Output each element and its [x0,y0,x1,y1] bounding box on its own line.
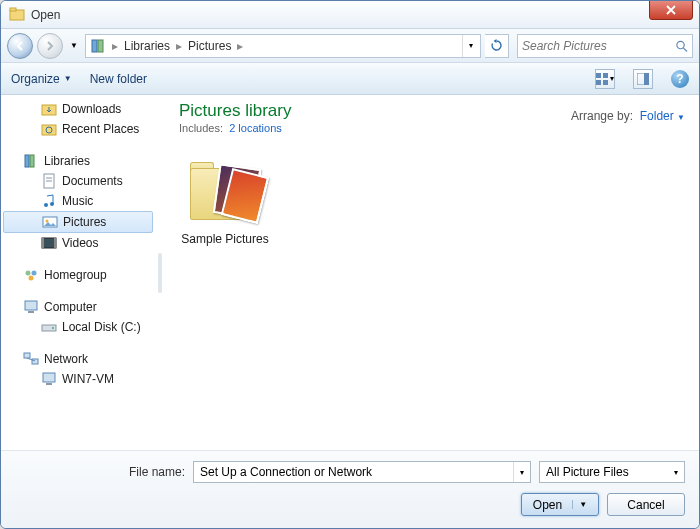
folder-label: Sample Pictures [179,232,271,246]
svg-rect-6 [596,73,601,78]
sidebar-item-documents[interactable]: Documents [1,171,155,191]
body: Downloads Recent Places Libraries Docume… [1,95,699,450]
svg-point-29 [29,276,34,281]
filename-label: File name: [15,465,185,479]
filename-dropdown[interactable]: ▾ [513,462,530,482]
breadcrumb-libraries[interactable]: Libraries [120,39,174,53]
library-subtitle: Includes: 2 locations [179,122,685,134]
sidebar-item-recent[interactable]: Recent Places [1,119,155,139]
svg-rect-11 [644,73,649,85]
app-icon [9,7,25,23]
new-folder-button[interactable]: New folder [90,72,147,86]
pictures-icon [42,214,58,230]
arrange-by: Arrange by: Folder ▼ [571,109,685,123]
sidebar[interactable]: Downloads Recent Places Libraries Docume… [1,95,155,450]
svg-rect-37 [43,373,55,382]
sidebar-item-localdisk[interactable]: Local Disk (C:) [1,317,155,337]
close-icon [666,5,676,15]
chevron-down-icon: ▼ [677,113,685,122]
svg-rect-31 [28,311,34,313]
network-icon [23,351,39,367]
svg-point-4 [677,41,684,48]
open-button[interactable]: Open▼ [521,493,599,516]
navbar: ▼ ▸ Libraries ▸ Pictures ▸ ▾ [1,29,699,63]
breadcrumb-sep[interactable]: ▸ [110,39,120,53]
svg-rect-2 [92,40,97,52]
cancel-button[interactable]: Cancel [607,493,685,516]
breadcrumb-pictures[interactable]: Pictures [184,39,235,53]
items-grid: Sample Pictures [179,162,685,246]
arrow-right-icon [44,40,56,52]
drive-icon [41,319,57,335]
nav-history-dropdown[interactable]: ▼ [67,34,81,58]
refresh-icon [490,39,503,52]
breadcrumb[interactable]: ▸ Libraries ▸ Pictures ▸ ▾ [85,34,481,58]
folder-sample-pictures[interactable]: Sample Pictures [179,162,271,246]
splitter[interactable] [155,95,165,450]
filename-combobox[interactable]: ▾ [193,461,531,483]
sidebar-item-downloads[interactable]: Downloads [1,99,155,119]
back-button[interactable] [7,33,33,59]
sidebar-item-music[interactable]: Music [1,191,155,211]
titlebar: Open [1,1,699,29]
view-mode-button[interactable]: ▾ [595,69,615,89]
preview-pane-button[interactable] [633,69,653,89]
recent-icon [41,121,57,137]
computer-icon [23,299,39,315]
svg-point-20 [44,203,48,207]
svg-rect-30 [25,301,37,310]
svg-rect-24 [42,238,56,248]
svg-rect-34 [24,353,30,358]
sidebar-item-libraries[interactable]: Libraries [1,151,155,171]
chevron-down-icon: ▾ [520,468,524,477]
chevron-down-icon: ▾ [610,74,614,83]
breadcrumb-dropdown[interactable]: ▾ [462,35,478,57]
svg-point-27 [26,271,31,276]
sidebar-item-pictures[interactable]: Pictures [3,211,153,233]
forward-button[interactable] [37,33,63,59]
content-area[interactable]: Pictures library Includes: 2 locations A… [165,95,699,450]
svg-rect-16 [30,155,34,167]
search-input[interactable] [522,39,675,53]
filename-input[interactable] [194,465,513,479]
locations-link[interactable]: 2 locations [229,122,282,134]
sidebar-item-videos[interactable]: Videos [1,233,155,253]
close-button[interactable] [649,0,693,20]
svg-rect-26 [54,238,56,248]
window-title: Open [31,8,695,22]
search-box[interactable] [517,34,693,58]
libraries-icon [90,37,108,55]
svg-rect-38 [46,383,52,385]
open-dialog: Open ▼ ▸ Libraries ▸ Pictures ▸ ▾ Organi… [0,0,700,529]
arrange-by-dropdown[interactable]: Folder ▼ [640,109,685,123]
documents-icon [41,173,57,189]
refresh-button[interactable] [485,34,509,58]
filetype-filter[interactable]: All Picture Files▾ [539,461,685,483]
svg-line-5 [683,47,687,51]
sidebar-item-win7vm[interactable]: WIN7-VM [1,369,155,389]
sidebar-item-homegroup[interactable]: Homegroup [1,265,155,285]
thumbnails-icon [596,73,608,85]
folder-icon [41,101,57,117]
videos-icon [41,235,57,251]
preview-pane-icon [637,73,649,85]
svg-point-21 [50,202,54,206]
arrow-left-icon [14,40,26,52]
help-icon: ? [676,72,683,86]
breadcrumb-sep[interactable]: ▸ [174,39,184,53]
chevron-down-icon: ▼ [572,500,587,509]
sidebar-item-network[interactable]: Network [1,349,155,369]
sidebar-item-computer[interactable]: Computer [1,297,155,317]
help-button[interactable]: ? [671,70,689,88]
svg-rect-1 [10,8,16,11]
search-icon [675,39,688,53]
svg-rect-9 [603,80,608,85]
svg-rect-8 [596,80,601,85]
breadcrumb-sep[interactable]: ▸ [235,39,245,53]
organize-button[interactable]: Organize ▼ [11,72,72,86]
computer-icon [41,371,57,387]
svg-rect-7 [603,73,608,78]
folder-icon [186,162,264,226]
svg-point-28 [32,271,37,276]
chevron-down-icon: ▼ [70,41,78,50]
